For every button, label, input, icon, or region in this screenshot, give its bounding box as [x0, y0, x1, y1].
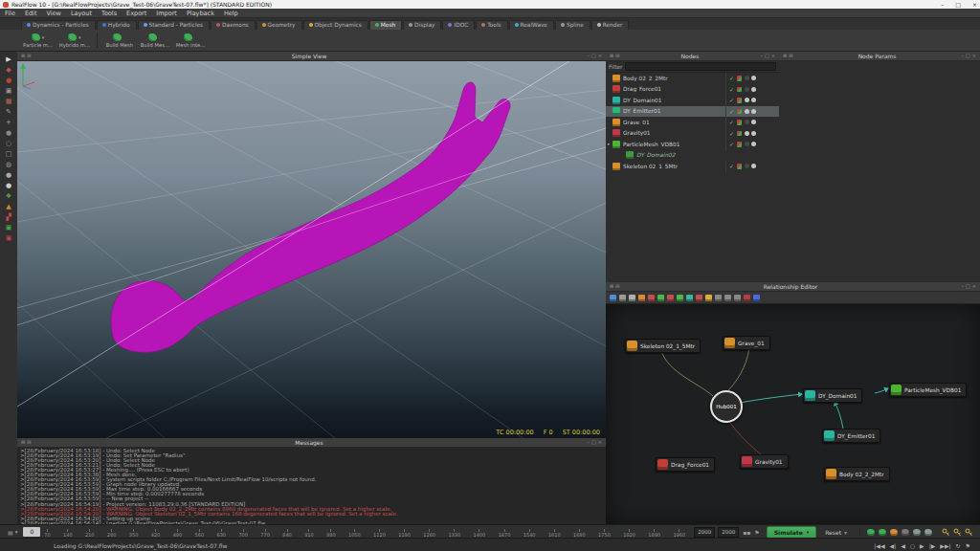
toolbar-tab[interactable]: Spline	[555, 20, 590, 30]
relationship-tool-icon[interactable]	[686, 295, 693, 301]
graph-node[interactable]: ParticleMesh_VDB01	[889, 383, 967, 397]
relationship-tool-icon[interactable]	[629, 295, 635, 301]
transport-button[interactable]: |◀◀	[874, 542, 884, 549]
pin-icon[interactable]: ⊟	[27, 52, 31, 60]
node-row[interactable]: ▸ ParticleMesh_VDB01 ✓	[606, 139, 779, 150]
maximize-button[interactable]: □	[955, 0, 961, 9]
menu-item[interactable]: Export	[122, 10, 151, 17]
simulate-button[interactable]: Simulate ▾	[767, 526, 816, 539]
key-icon[interactable]	[965, 528, 972, 537]
relationship-tool-icon[interactable]	[734, 295, 741, 301]
node-enabled-check-icon[interactable]: ✓	[729, 75, 734, 81]
node-row[interactable]: Gravity01 ✓	[606, 128, 779, 140]
timeline-caret-icon[interactable]: ▾	[15, 529, 18, 535]
toolbar-tab[interactable]: Object Dynamics	[303, 20, 368, 30]
relationship-tool-icon[interactable]	[657, 295, 664, 301]
relationship-tool-icon[interactable]	[744, 295, 750, 301]
menu-item[interactable]: Help	[219, 10, 243, 17]
transport-button[interactable]: |▶	[929, 542, 936, 549]
toolbar-tab[interactable]: Hybrido	[97, 20, 137, 30]
sidebar-tool-icon[interactable]: ●	[6, 128, 11, 139]
toolbar-tab[interactable]: RealWave	[509, 20, 554, 30]
node-row[interactable]: DY_Domain01 ✓	[606, 95, 779, 106]
node-visibility-dot-icon[interactable]	[751, 120, 756, 124]
timeline-flag-icon[interactable]: ⚑	[754, 529, 759, 536]
filter-input[interactable]	[625, 62, 776, 71]
transport-button[interactable]: ▶▶|	[940, 542, 950, 549]
node-cache-dot-icon[interactable]	[745, 98, 749, 102]
panel-close-icon[interactable]: ×	[972, 282, 976, 291]
sim-tool-icon[interactable]	[902, 529, 909, 536]
menu-item[interactable]: Import	[151, 10, 182, 17]
reset-button[interactable]: Reset ▾	[820, 527, 852, 538]
timeline-ruler[interactable]: 70 140 210 280 350 4	[44, 527, 685, 538]
toolbar-tab[interactable]: Display	[403, 20, 441, 30]
node-visibility-dot-icon[interactable]	[751, 76, 756, 80]
relationship-tool-icon[interactable]	[753, 295, 760, 301]
messages-log[interactable]: >[28/February/2024 16:53:18] - Undo: Sel…	[17, 448, 606, 525]
node-visibility-dot-icon[interactable]	[751, 164, 756, 168]
node-enabled-check-icon[interactable]: ✓	[729, 86, 734, 93]
sidebar-tool-icon[interactable]: ●	[6, 76, 11, 86]
graph-node[interactable]: DY_Emitter01	[822, 429, 880, 443]
relationship-tool-icon[interactable]	[638, 295, 645, 301]
node-visibility-dot-icon[interactable]	[751, 98, 756, 102]
panel-minimize-icon[interactable]: –	[761, 52, 764, 60]
panel-float-icon[interactable]: □	[591, 438, 596, 447]
toolbar-tab[interactable]: Mesh	[369, 20, 402, 30]
node-enabled-check-icon[interactable]: ✓	[729, 163, 734, 169]
sidebar-tool-icon[interactable]: ▞	[6, 212, 11, 223]
menu-item[interactable]: View	[41, 10, 65, 17]
node-row[interactable]: DY_Domain02 ✓	[606, 150, 779, 162]
relationship-tool-icon[interactable]	[648, 295, 655, 301]
sidebar-tool-icon[interactable]: ✎	[6, 107, 11, 118]
sidebar-tool-icon[interactable]: +	[6, 118, 11, 128]
sidebar-tool-icon[interactable]: ▶	[6, 55, 11, 65]
sidebar-tool-icon[interactable]: ●	[6, 170, 11, 181]
node-cache-dot-icon[interactable]	[745, 76, 749, 80]
panel-float-icon[interactable]: □	[966, 52, 970, 60]
sidebar-tool-icon[interactable]: ◆	[6, 65, 11, 76]
panel-close-icon[interactable]: ×	[972, 52, 976, 60]
menu-item[interactable]: Layout	[66, 10, 97, 17]
node-visibility-dot-icon[interactable]	[751, 87, 756, 92]
node-color-swatch-icon[interactable]	[737, 131, 743, 137]
panel-float-icon[interactable]: □	[591, 52, 596, 60]
panel-float-icon[interactable]: □	[765, 52, 769, 60]
relationship-tool-icon[interactable]	[715, 295, 722, 301]
graph-node[interactable]: Body 02_2_2Mtr	[824, 467, 890, 481]
viewport-3d-view[interactable]: Persp TC 00:00:00 F 0 ST 00:00:00	[17, 61, 606, 439]
panel-minimize-icon[interactable]: –	[588, 52, 590, 60]
meshed-body-figure[interactable]	[111, 82, 510, 352]
sidebar-tool-icon[interactable]: ▣	[6, 86, 12, 97]
sidebar-tool-icon[interactable]: □	[6, 149, 12, 160]
panel-close-icon[interactable]: ×	[598, 52, 602, 60]
panel-minimize-icon[interactable]: –	[962, 282, 965, 291]
relationship-tool-icon[interactable]	[619, 295, 626, 301]
toolbar-tab[interactable]: IDOC	[442, 20, 475, 30]
node-color-swatch-icon[interactable]	[737, 87, 743, 93]
panel-minimize-icon[interactable]: –	[588, 438, 590, 447]
relationship-tool-icon[interactable]	[677, 295, 683, 301]
node-enabled-check-icon[interactable]: ✓	[729, 141, 734, 147]
transport-button[interactable]: ⚑	[966, 542, 970, 549]
node-cache-dot-icon[interactable]	[745, 164, 749, 168]
toolbar-tab[interactable]: Standard - Particles	[138, 20, 211, 30]
sidebar-tool-icon[interactable]: ▣	[6, 223, 12, 233]
graph-node[interactable]: Gravity01	[740, 454, 789, 469]
node-row[interactable]: DY_Emitter01 ✓	[606, 106, 779, 118]
node-cache-dot-icon[interactable]	[745, 87, 749, 92]
pin-icon[interactable]: ⊟	[789, 52, 792, 60]
relationship-tool-icon[interactable]	[610, 295, 616, 301]
sim-tool-icon[interactable]	[867, 529, 875, 536]
node-cache-dot-icon[interactable]	[745, 142, 749, 146]
ribbon-button[interactable]: ▾ Build Mesh	[97, 33, 134, 48]
node-enabled-check-icon[interactable]: ✓	[729, 97, 734, 103]
relationship-tool-icon[interactable]	[667, 295, 674, 301]
sim-tool-icon[interactable]	[890, 529, 898, 536]
transport-button[interactable]: ▶	[920, 542, 924, 549]
sim-tool-icon[interactable]	[913, 529, 921, 536]
node-cache-dot-icon[interactable]	[745, 120, 749, 124]
ribbon-button[interactable]: ▾ Particle m...	[23, 33, 53, 48]
panel-minimize-icon[interactable]: –	[962, 52, 965, 60]
